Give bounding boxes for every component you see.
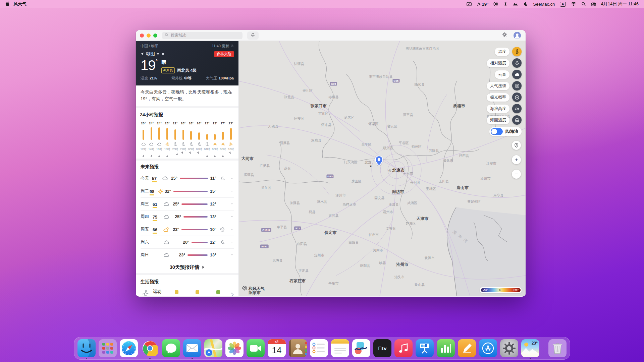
cloudf-icon[interactable] — [512, 70, 522, 79]
forecast-30day-button[interactable]: 30天预报详情 — [136, 261, 238, 275]
dock-music[interactable] — [394, 339, 413, 357]
hourly-column-00时[interactable]: 18°00时 — [187, 121, 195, 156]
map-layer-海浪高度[interactable]: 海浪高度 — [487, 104, 522, 113]
daily-row-周三[interactable]: 周三6125°12° — [141, 197, 234, 210]
dock-mail[interactable] — [183, 339, 201, 357]
spotlight-search-icon[interactable] — [581, 2, 586, 6]
close-button[interactable] — [140, 34, 144, 38]
hourly-column-14时[interactable]: 24°14时 — [148, 121, 155, 156]
dock-keynote[interactable] — [416, 339, 434, 357]
weather-map[interactable]: 张家口市承德市大同市廊坊市天津市唐山市保定市沧州市石家庄市阳泉市围场满族蒙古族自… — [239, 41, 526, 296]
map-layer-相对湿度[interactable]: 相对湿度 — [487, 58, 522, 68]
screen-mirroring-icon[interactable] — [467, 2, 472, 6]
daily-row-周四[interactable]: 周四7525°13° — [141, 210, 234, 223]
hourly-column-12时[interactable]: 20°12时 — [140, 121, 147, 156]
dock-appstore[interactable] — [479, 339, 497, 357]
user-avatar[interactable] — [514, 32, 521, 39]
locate-button[interactable] — [512, 141, 521, 150]
drop-icon[interactable] — [512, 58, 522, 68]
life-forecast-row-sport[interactable]: 运动 较适宜 今天周二周三 — [141, 289, 234, 296]
zoom-button[interactable] — [153, 34, 157, 38]
dock-calendar[interactable]: 4月14 — [268, 339, 286, 357]
map-layer-海面温度[interactable]: 海面温度 — [487, 115, 522, 125]
dock-notes[interactable] — [331, 339, 349, 357]
dock-trash[interactable] — [548, 339, 567, 357]
dock-tv[interactable]: tv — [373, 339, 391, 357]
aurora-icon[interactable] — [512, 93, 522, 102]
daily-row-周日[interactable]: 周日23°13° — [141, 248, 234, 261]
hourly-column-20时[interactable]: 21°20时 — [172, 121, 179, 156]
dock-numbers[interactable] — [437, 339, 455, 357]
expand-chevron-icon[interactable] — [228, 202, 234, 206]
minimize-button[interactable] — [147, 34, 151, 38]
expand-chevron-icon[interactable] — [228, 228, 234, 231]
hourly-column-10时[interactable]: 23°10时 — [227, 121, 234, 156]
daily-row-周五[interactable]: 周五6623°10° — [141, 223, 234, 236]
dock-freeform[interactable] — [352, 339, 370, 357]
menubar-weather[interactable]: 19° — [477, 2, 489, 7]
dock-messages[interactable] — [162, 339, 180, 357]
expand-chevron-icon[interactable] — [228, 177, 234, 180]
dock-chrome[interactable] — [141, 339, 159, 357]
current-city-selector[interactable]: 朝阳 — [141, 51, 165, 57]
dock-weather[interactable]: 23° — [521, 339, 539, 357]
expand-chevron-icon[interactable] — [228, 189, 234, 193]
expand-chevron-icon[interactable] — [228, 253, 234, 257]
apple-menu-icon[interactable] — [5, 1, 10, 7]
focus-moon-icon[interactable] — [523, 2, 528, 6]
dock-maps[interactable] — [204, 339, 222, 357]
zoom-out-button[interactable]: − — [512, 170, 521, 179]
dock-launchpad[interactable] — [99, 339, 117, 357]
gauge-icon[interactable] — [512, 81, 522, 90]
hourly-column-22时[interactable]: 20°22时 — [180, 121, 187, 156]
settings-gear-icon[interactable] — [502, 32, 507, 39]
input-method-badge[interactable]: A — [560, 2, 566, 7]
hourly-column-16时[interactable]: 24°16时 — [156, 121, 163, 156]
hourly-column-02时[interactable]: 16°02时 — [196, 121, 203, 156]
hourly-column-06时[interactable]: 13°06时 — [211, 121, 218, 156]
location-pin[interactable] — [375, 156, 383, 168]
dock-facetime[interactable] — [247, 339, 265, 357]
app-circle-icon[interactable] — [493, 2, 498, 6]
hourly-column-04时[interactable]: 13°04时 — [204, 121, 211, 156]
map-layer-温度[interactable]: 温度 — [495, 47, 522, 56]
control-center-icon[interactable] — [591, 2, 596, 6]
dock-photos[interactable] — [225, 339, 244, 357]
daily-row-周二[interactable]: 周二9832°15° — [141, 185, 234, 197]
wifi-icon[interactable] — [571, 2, 576, 6]
seatemp-icon[interactable] — [512, 115, 522, 125]
hourly-column-18时[interactable]: 23°18时 — [164, 121, 171, 156]
hourly-forecast-chart[interactable]: 20°12时24°14时24°16时23°18时21°20时20°22时18°0… — [140, 121, 234, 156]
refresh-icon[interactable] — [230, 44, 234, 48]
dock-finder[interactable] — [77, 339, 96, 357]
menubar-datetime[interactable]: 4月14日 周一 11:46 — [601, 1, 639, 7]
hourly-column-08时[interactable]: 17°08时 — [219, 121, 226, 156]
map-layer-大气压强[interactable]: 大气压强 — [487, 81, 522, 90]
daily-day: 周五 — [141, 227, 153, 232]
menubar-site[interactable]: SeeMac.cn — [533, 2, 555, 7]
favorite-heart-icon[interactable] — [161, 52, 165, 57]
city-search-input[interactable]: 搜索城市 — [162, 32, 243, 39]
wind-wave-toggle[interactable] — [491, 128, 503, 135]
aqi-badge[interactable]: AQI 良 — [161, 67, 175, 73]
map-layer-云量[interactable]: 云量 — [495, 70, 522, 79]
expand-chevron-icon[interactable] — [228, 215, 234, 219]
dock-pages[interactable] — [458, 339, 476, 357]
notifications-button[interactable] — [247, 32, 259, 40]
dock-contacts[interactable] — [289, 339, 307, 357]
brightness-icon[interactable] — [503, 2, 508, 6]
dock-reminders[interactable] — [310, 339, 328, 357]
thermo-icon[interactable] — [512, 47, 522, 56]
dock-settings[interactable] — [500, 339, 518, 357]
wave-icon[interactable] — [512, 104, 522, 113]
wind-wave-toggle-row[interactable]: 风/海浪 — [489, 127, 522, 136]
zoom-in-button[interactable]: + — [512, 155, 521, 164]
menubar-app-name[interactable]: 风天气 — [13, 1, 26, 7]
daily-row-今天[interactable]: 今天5725°11° — [141, 172, 234, 185]
map-layer-极光概率[interactable]: 极光概率 — [487, 93, 522, 102]
daily-row-周六[interactable]: 周六20°12° — [141, 236, 234, 248]
mountains-icon[interactable] — [513, 2, 518, 6]
expand-chevron-icon[interactable] — [228, 240, 234, 244]
dock-safari[interactable] — [120, 339, 138, 357]
weather-alert-badge[interactable]: 森林火险 — [214, 51, 234, 57]
